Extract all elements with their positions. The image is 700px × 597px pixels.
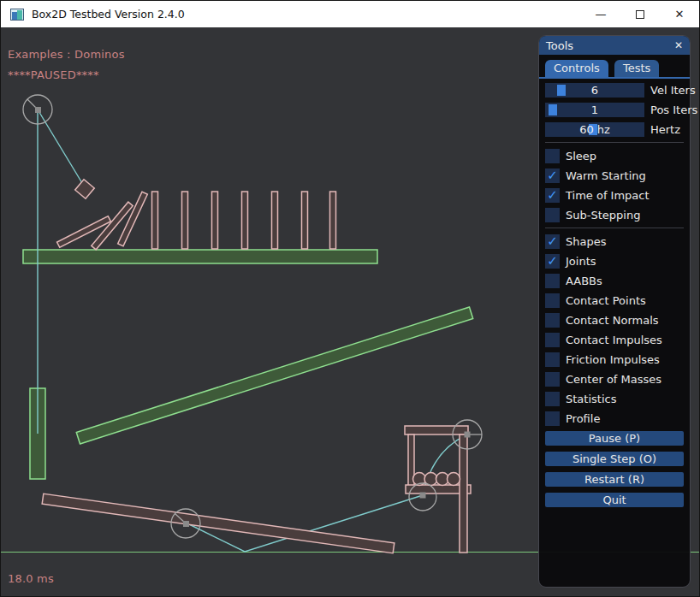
domino-standing-6[interactable] <box>302 192 308 249</box>
check-icon: ✓ <box>547 169 558 182</box>
sub-stepping-label: Sub-Stepping <box>566 209 640 222</box>
maximize-icon[interactable] <box>620 1 660 27</box>
checkbox-contact-points[interactable]: ✓ Contact Points <box>545 293 684 308</box>
close-icon[interactable]: ✕ <box>660 1 699 27</box>
app-window: Box2D Testbed Version 2.4.0 — ✕ <box>0 0 700 597</box>
maximize-glyph <box>636 10 644 19</box>
pos-iters-label: Pos Iters <box>650 103 697 116</box>
time-of-impact-label: Time of Impact <box>566 189 650 202</box>
checkbox-warm-starting[interactable]: ✓ Warm Starting <box>545 168 684 183</box>
action-buttons: Pause (P) Single Step (O) Restart (R) Qu… <box>545 431 684 507</box>
statistics-label: Statistics <box>566 393 616 405</box>
checkbox-friction-impulses[interactable]: ✓ Friction Impulses <box>545 352 684 367</box>
pos-iters-slider[interactable]: 1 <box>545 103 644 117</box>
checkbox-aabbs[interactable]: ✓ AABBs <box>545 274 684 288</box>
pause-button[interactable]: Pause (P) <box>545 431 684 446</box>
sub-stepping-checkbox[interactable]: ✓ <box>545 208 560 222</box>
tools-panel: Tools ✕ Controls Tests 6 Vel Iters 1 P <box>538 35 691 588</box>
check-icon: ✓ <box>547 235 558 248</box>
hertz-label: Hertz <box>650 123 680 136</box>
joints-label: Joints <box>566 255 596 268</box>
tab-controls[interactable]: Controls <box>545 60 608 77</box>
checkbox-contact-impulses[interactable]: ✓ Contact Impulses <box>545 333 684 347</box>
slider-row-pos-iters: 1 Pos Iters <box>545 103 684 117</box>
shapes-checkbox[interactable]: ✓ <box>545 234 560 249</box>
warm-starting-checkbox[interactable]: ✓ <box>545 168 560 183</box>
anchor-square-4 <box>465 432 471 438</box>
profile-checkbox[interactable]: ✓ <box>545 411 560 426</box>
anchor-square-1 <box>35 107 41 113</box>
tab-tests[interactable]: Tests <box>614 60 659 77</box>
domino-standing-7[interactable] <box>330 192 336 249</box>
friction-impulses-checkbox[interactable]: ✓ <box>545 352 560 367</box>
domino-standing-3[interactable] <box>212 192 218 249</box>
aabbs-label: AABBs <box>566 275 602 287</box>
single-step-button[interactable]: Single Step (O) <box>545 452 684 466</box>
friction-impulses-label: Friction Impulses <box>566 353 660 366</box>
checkbox-sleep[interactable]: ✓ Sleep <box>545 149 684 163</box>
center-of-masses-checkbox[interactable]: ✓ <box>545 372 560 387</box>
vel-iters-slider[interactable]: 6 <box>545 83 644 98</box>
minimize-icon[interactable]: — <box>581 1 620 27</box>
dynamic-bodies <box>42 180 471 553</box>
restart-button[interactable]: Restart (R) <box>545 472 684 487</box>
domino-shelf <box>23 250 377 263</box>
app-icon <box>10 9 24 21</box>
check-icon: ✓ <box>547 255 558 268</box>
anchor-square-2 <box>183 521 189 527</box>
check-icon: ✓ <box>547 189 558 202</box>
shapes-label: Shapes <box>566 235 606 248</box>
hertz-value: 60 hz <box>545 122 644 137</box>
window-title: Box2D Testbed Version 2.4.0 <box>32 8 185 21</box>
checkbox-time-of-impact[interactable]: ✓ Time of Impact <box>545 188 684 203</box>
domino-standing-2[interactable] <box>182 192 188 249</box>
anchor-squares <box>35 107 471 527</box>
contact-points-checkbox[interactable]: ✓ <box>545 293 560 308</box>
sleep-checkbox[interactable]: ✓ <box>545 149 560 163</box>
checkbox-shapes[interactable]: ✓ Shapes <box>545 234 684 249</box>
contact-normals-label: Contact Normals <box>566 314 659 327</box>
checkbox-profile[interactable]: ✓ Profile <box>545 411 684 426</box>
profile-label: Profile <box>566 412 600 425</box>
contact-normals-checkbox[interactable]: ✓ <box>545 313 560 328</box>
domino-standing-5[interactable] <box>272 192 278 249</box>
tools-panel-title: Tools <box>546 39 573 52</box>
domino-standing-4[interactable] <box>242 192 248 249</box>
contact-impulses-checkbox[interactable]: ✓ <box>545 333 560 347</box>
paused-label: ****PAUSED**** <box>8 68 99 81</box>
checkbox-sub-stepping[interactable]: ✓ Sub-Stepping <box>545 208 684 222</box>
frame-right-post[interactable] <box>460 434 467 553</box>
example-label: Examples : Dominos <box>8 48 125 61</box>
slider-row-hertz: 60 hz Hertz <box>545 122 684 137</box>
contact-impulses-label: Contact Impulses <box>566 334 662 346</box>
tools-panel-body: 6 Vel Iters 1 Pos Iters 60 hz Hertz <box>539 79 690 507</box>
window-controls: — ✕ <box>581 1 699 27</box>
tools-panel-titlebar[interactable]: Tools ✕ <box>539 36 690 55</box>
time-of-impact-checkbox[interactable]: ✓ <box>545 188 560 203</box>
frame-top-bar[interactable] <box>405 426 468 434</box>
vel-iters-label: Vel Iters <box>650 84 696 97</box>
pendulum-square[interactable] <box>75 180 95 199</box>
contact-points-label: Contact Points <box>566 294 646 307</box>
seesaw-plank[interactable] <box>42 494 394 553</box>
frame-time-label: 18.0 ms <box>8 572 54 585</box>
anchor-square-3 <box>420 493 426 499</box>
warm-starting-label: Warm Starting <box>566 169 646 182</box>
statistics-checkbox[interactable]: ✓ <box>545 392 560 406</box>
pos-iters-value: 1 <box>545 103 644 117</box>
checkbox-joints[interactable]: ✓ Joints <box>545 254 684 269</box>
aabbs-checkbox[interactable]: ✓ <box>545 274 560 288</box>
joints-checkbox[interactable]: ✓ <box>545 254 560 269</box>
checkbox-contact-normals[interactable]: ✓ Contact Normals <box>545 313 684 328</box>
checkbox-statistics[interactable]: ✓ Statistics <box>545 392 684 406</box>
quit-button[interactable]: Quit <box>545 493 684 507</box>
tools-tabbar: Controls Tests <box>539 55 690 79</box>
checkbox-center-of-masses[interactable]: ✓ Center of Masses <box>545 372 684 387</box>
tools-close-icon[interactable]: ✕ <box>674 39 683 51</box>
ball-4[interactable] <box>448 473 460 486</box>
slider-row-vel-iters: 6 Vel Iters <box>545 83 684 98</box>
titlebar: Box2D Testbed Version 2.4.0 — ✕ <box>1 1 699 27</box>
domino-standing-1[interactable] <box>152 192 158 249</box>
hertz-slider[interactable]: 60 hz <box>545 122 644 137</box>
sleep-label: Sleep <box>566 150 596 163</box>
